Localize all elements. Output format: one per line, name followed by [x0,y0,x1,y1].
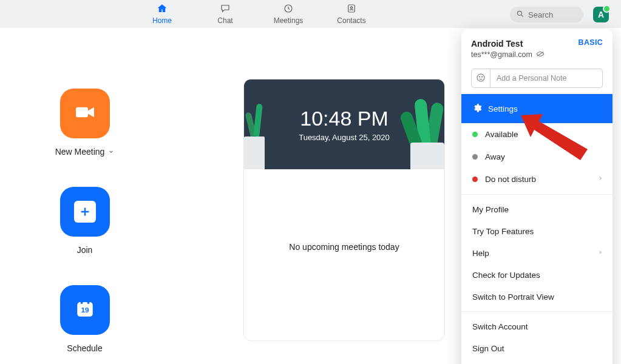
status-away-label: Away [485,152,505,161]
user-email: tes***@gmail.com [471,50,532,59]
menu-item-settings[interactable]: Settings [461,94,613,123]
status-dot-green [472,132,478,137]
schedule-label: Schedule [67,343,102,353]
tab-home-label: Home [152,16,172,25]
svg-text:19: 19 [81,306,89,314]
svg-point-2 [350,7,352,8]
svg-point-3 [517,11,521,15]
svg-point-7 [87,302,89,304]
tab-meetings-label: Meetings [274,16,304,25]
status-dnd[interactable]: Do not disturb [461,168,613,190]
status-dot-gray [472,154,478,160]
clock-date: Tuesday, August 25, 2020 [299,133,390,142]
menu-settings-label: Settings [488,104,518,113]
avatar[interactable]: A [593,7,609,22]
tab-chat-label: Chat [217,16,232,25]
svg-point-10 [477,74,484,81]
search-icon [516,10,528,20]
home-icon [157,3,168,16]
status-away[interactable]: Away [461,146,613,168]
smiley-icon [476,73,486,84]
plan-badge: BASIC [579,38,603,47]
join-button[interactable] [60,187,110,237]
reveal-icon[interactable] [532,50,545,59]
menu-item-sign-out[interactable]: Sign Out [461,337,613,359]
clock-time: 10:48 PM [300,107,389,130]
join-action: Join [38,187,132,255]
schedule-action: 19 Schedule [38,285,132,353]
clock-icon [283,3,294,16]
menu-item-portrait[interactable]: Switch to Portrait View [461,286,613,308]
plant-decoration [402,98,444,169]
schedule-button[interactable]: 19 [60,285,110,335]
status-dot-red [472,177,478,182]
menu-help-label: Help [472,249,489,258]
no-meetings-text: No upcoming meetings today [244,242,444,252]
menu-item-top-features[interactable]: Try Top Features [461,220,613,242]
nav-tabs: Home Chat Meetings Contacts [131,3,383,25]
menu-switch-label: Switch Account [472,322,528,331]
tab-home[interactable]: Home [131,3,194,25]
profile-menu: Android Test tes***@gmail.com BASIC Sett… [461,29,613,364]
svg-rect-4 [76,107,88,118]
menu-item-profile[interactable]: My Profile [461,198,613,220]
status-available[interactable]: Available [461,123,613,146]
video-icon [73,100,97,127]
status-available-label: Available [485,130,518,139]
gear-icon [472,103,488,115]
tab-meetings[interactable]: Meetings [257,3,320,25]
svg-point-6 [80,302,83,304]
menu-profile-label: My Profile [472,205,509,214]
chevron-right-icon [598,175,603,184]
emoji-button[interactable] [471,69,490,88]
svg-point-12 [481,76,482,77]
topbar: Home Chat Meetings Contacts Search A [0,0,621,28]
new-meeting-label: New Meeting [55,147,105,157]
menu-portrait-label: Switch to Portrait View [472,292,554,302]
menu-item-help[interactable]: Help [461,242,613,264]
menu-item-switch-account[interactable]: Switch Account [461,315,613,337]
clock-card: 10:48 PM Tuesday, August 25, 2020 No upc… [243,79,445,341]
action-grid: New Meeting Join 19 [0,89,225,364]
tab-contacts[interactable]: Contacts [320,3,383,25]
calendar-icon: 19 [73,297,97,323]
menu-item-check-updates[interactable]: Check for Updates [461,264,613,286]
search-placeholder: Search [528,10,553,19]
separator [461,311,613,312]
contacts-icon [346,3,357,16]
menu-signout-label: Sign Out [472,344,504,353]
chevron-down-icon [108,147,114,157]
new-meeting-label-row[interactable]: New Meeting [55,147,115,157]
plus-square-icon [74,201,96,223]
svg-point-11 [479,76,480,77]
user-email-row: tes***@gmail.com [471,50,603,59]
new-meeting-button[interactable] [60,89,110,138]
plant-decoration [244,88,265,169]
menu-updates-label: Check for Updates [472,271,540,280]
tab-contacts-label: Contacts [337,16,365,25]
personal-note-input[interactable] [490,69,603,88]
menu-header: Android Test tes***@gmail.com BASIC [461,29,613,64]
chevron-right-icon [598,249,603,258]
chat-icon [220,3,231,16]
clock-banner: 10:48 PM Tuesday, August 25, 2020 [244,79,444,169]
join-label: Join [77,245,93,255]
tab-chat[interactable]: Chat [194,3,257,25]
personal-note-row [461,69,613,88]
search-input[interactable]: Search [510,7,583,22]
menu-topfeatures-label: Try Top Features [472,227,534,236]
new-meeting-action: New Meeting [38,89,132,157]
separator [461,194,613,195]
status-dnd-label: Do not disturb [485,175,536,184]
avatar-letter: A [598,10,604,19]
